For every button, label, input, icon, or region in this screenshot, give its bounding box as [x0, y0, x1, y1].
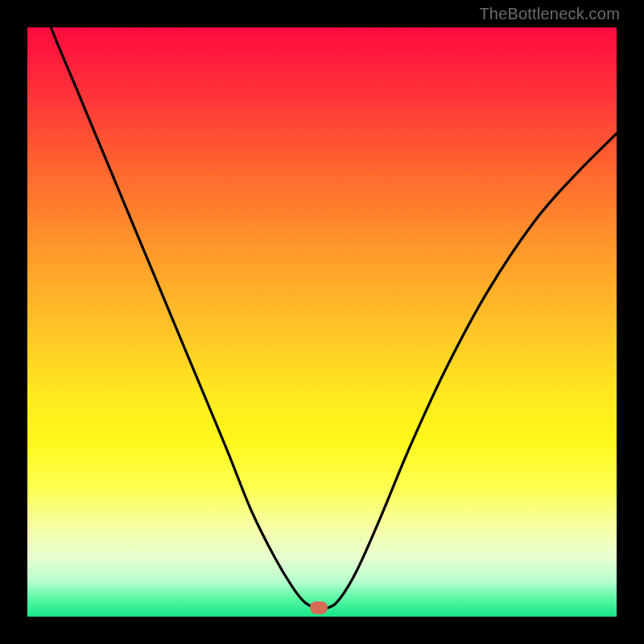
plot-area [27, 27, 617, 617]
minimum-marker [310, 601, 328, 614]
watermark-text: TheBottleneck.com [479, 5, 620, 23]
chart-frame: TheBottleneck.com [0, 0, 644, 644]
bottleneck-curve [27, 27, 617, 617]
